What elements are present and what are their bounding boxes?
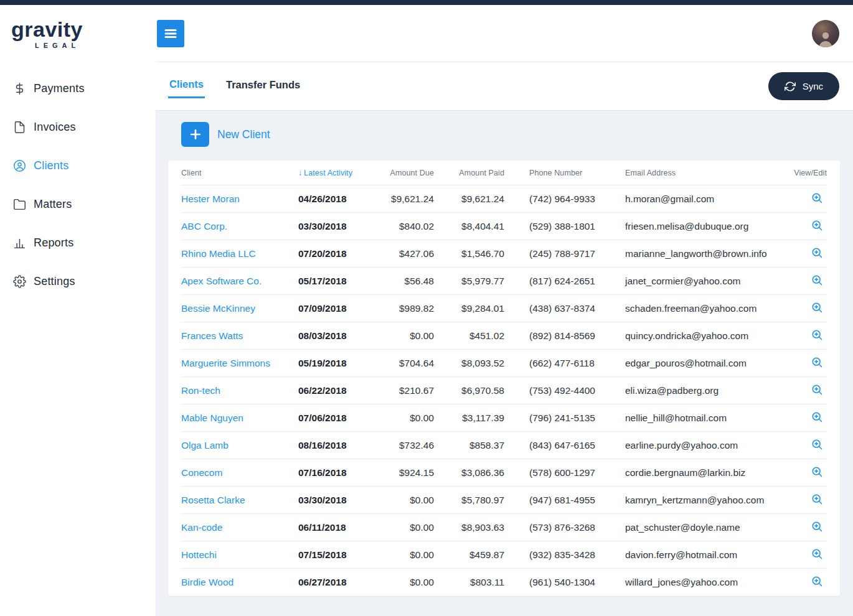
view-edit-zoom-icon[interactable]	[811, 274, 823, 286]
client-name-link[interactable]: Rhino Media LLC	[181, 248, 298, 259]
phone-cell: (662) 477-6118	[504, 358, 625, 369]
user-avatar[interactable]	[812, 20, 839, 47]
email-cell: edgar_pouros@hotmail.com	[625, 358, 789, 369]
view-edit-cell	[789, 411, 827, 426]
view-edit-zoom-icon[interactable]	[811, 575, 823, 587]
client-name-link[interactable]: Conecom	[181, 467, 298, 478]
latest-activity-cell: 05/19/2018	[298, 358, 379, 369]
sidebar-item-matters[interactable]: Matters	[0, 185, 156, 223]
phone-cell: (529) 388-1801	[504, 221, 625, 232]
view-edit-cell	[789, 329, 827, 343]
new-client-action[interactable]: New Client	[181, 122, 270, 147]
phone-cell: (753) 492-4400	[504, 385, 625, 396]
latest-activity-cell: 07/16/2018	[298, 467, 379, 478]
client-name-link[interactable]: Ron-tech	[181, 385, 298, 396]
new-client-button[interactable]	[181, 122, 209, 147]
phone-cell: (843) 647-6165	[504, 440, 625, 451]
view-edit-zoom-icon[interactable]	[811, 219, 823, 231]
amount-paid-cell: $8,404.41	[434, 221, 504, 232]
client-name-link[interactable]: Bessie McKinney	[181, 303, 298, 314]
sidebar-item-settings[interactable]: Settings	[0, 262, 156, 301]
view-edit-cell	[789, 383, 827, 398]
dollar-icon	[12, 82, 26, 95]
user-circle-icon	[12, 159, 26, 172]
column-header-client[interactable]: Client	[181, 169, 298, 177]
latest-activity-cell: 07/06/2018	[298, 413, 379, 424]
client-name-link[interactable]: Marguerite Simmons	[181, 358, 298, 369]
client-name-link[interactable]: ABC Corp.	[181, 221, 298, 232]
table-header-row: Client ↓Latest Activity Amount Due Amoun…	[181, 161, 827, 185]
view-edit-zoom-icon[interactable]	[811, 356, 823, 368]
client-name-link[interactable]: Hottechi	[181, 549, 298, 561]
view-edit-zoom-icon[interactable]	[811, 411, 823, 423]
column-header-email[interactable]: Email Address	[625, 169, 789, 177]
column-header-latest-activity[interactable]: ↓Latest Activity	[298, 169, 379, 177]
view-edit-zoom-icon[interactable]	[811, 301, 823, 314]
table-row: Bessie McKinney 07/09/2018 $989.82 $9,28…	[181, 295, 827, 322]
email-cell: willard_jones@yahoo.com	[625, 577, 789, 588]
view-edit-zoom-icon[interactable]	[811, 493, 823, 505]
view-edit-zoom-icon[interactable]	[811, 192, 823, 204]
view-edit-zoom-icon[interactable]	[811, 548, 823, 560]
amount-paid-cell: $9,621.24	[434, 194, 504, 205]
tab-clients[interactable]: Clients	[168, 75, 205, 98]
email-cell: janet_cormier@yahoo.com	[625, 276, 789, 287]
latest-activity-cell: 07/15/2018	[298, 549, 379, 561]
tab-transfer-funds[interactable]: Transfer Funds	[225, 75, 301, 97]
sidebar-item-reports[interactable]: Reports	[0, 223, 156, 262]
latest-activity-cell: 07/09/2018	[298, 303, 379, 314]
view-edit-cell	[789, 520, 827, 535]
latest-activity-cell: 03/30/2018	[298, 221, 379, 232]
view-edit-cell	[789, 192, 827, 207]
latest-activity-cell: 08/03/2018	[298, 330, 379, 342]
view-edit-zoom-icon[interactable]	[811, 465, 823, 478]
view-edit-zoom-icon[interactable]	[811, 246, 823, 259]
column-header-amount-paid[interactable]: Amount Paid	[434, 169, 504, 177]
phone-cell: (742) 964-9933	[504, 194, 625, 205]
client-name-link[interactable]: Hester Moran	[181, 194, 298, 205]
amount-due-cell: $0.00	[379, 330, 434, 342]
sidebar-item-invoices[interactable]: Invoices	[0, 108, 156, 146]
amount-due-cell: $0.00	[379, 522, 434, 533]
sidebar-item-clients[interactable]: Clients	[0, 146, 156, 185]
client-name-link[interactable]: Olga Lamb	[181, 440, 298, 451]
amount-paid-cell: $3,117.39	[434, 413, 504, 424]
amount-due-cell: $989.82	[379, 303, 434, 314]
column-header-phone[interactable]: Phone Number	[504, 169, 625, 177]
client-name-link[interactable]: Kan-code	[181, 522, 298, 533]
phone-cell: (947) 681-4955	[504, 495, 625, 506]
phone-cell: (245) 788-9717	[504, 248, 625, 259]
view-edit-cell	[789, 219, 827, 234]
view-edit-zoom-icon[interactable]	[811, 329, 823, 341]
table-row: Mable Nguyen 07/06/2018 $0.00 $3,117.39 …	[181, 404, 827, 432]
sidebar: gravity LEGAL Payments Invoices Clien	[0, 5, 156, 616]
view-edit-cell	[789, 246, 827, 261]
client-name-link[interactable]: Mable Nguyen	[181, 413, 298, 424]
gear-icon	[12, 274, 26, 288]
table-row: Hottechi 07/15/2018 $0.00 $459.87 (932) …	[181, 541, 827, 569]
amount-due-cell: $210.67	[379, 385, 434, 396]
sort-desc-icon: ↓	[298, 169, 302, 177]
column-header-amount-due[interactable]: Amount Due	[379, 169, 434, 177]
email-cell: eli.wiza@padberg.org	[625, 385, 789, 396]
view-edit-zoom-icon[interactable]	[811, 520, 823, 533]
client-name-link[interactable]: Rosetta Clarke	[181, 495, 298, 506]
brand-logo[interactable]: gravity LEGAL	[0, 5, 156, 69]
amount-paid-cell: $803.11	[434, 577, 504, 588]
client-name-link[interactable]: Birdie Wood	[181, 577, 298, 588]
latest-activity-cell: 03/30/2018	[298, 495, 379, 506]
menu-toggle-button[interactable]	[157, 20, 184, 47]
email-cell: friesen.melisa@dubuque.org	[625, 221, 789, 232]
view-edit-zoom-icon[interactable]	[811, 383, 823, 396]
sync-button[interactable]: Sync	[768, 72, 839, 100]
amount-paid-cell: $5,780.97	[434, 495, 504, 506]
view-edit-cell	[789, 301, 827, 316]
client-name-link[interactable]: Frances Watts	[181, 330, 298, 342]
client-name-link[interactable]: Apex Software Co.	[181, 276, 298, 287]
sidebar-item-payments[interactable]: Payments	[0, 69, 156, 108]
amount-due-cell: $0.00	[379, 577, 434, 588]
brand-name: gravity	[11, 19, 156, 40]
phone-cell: (932) 835-3428	[504, 549, 625, 561]
view-edit-zoom-icon[interactable]	[811, 438, 823, 450]
main-area: Clients Transfer Funds Sync New Client C…	[156, 5, 853, 616]
